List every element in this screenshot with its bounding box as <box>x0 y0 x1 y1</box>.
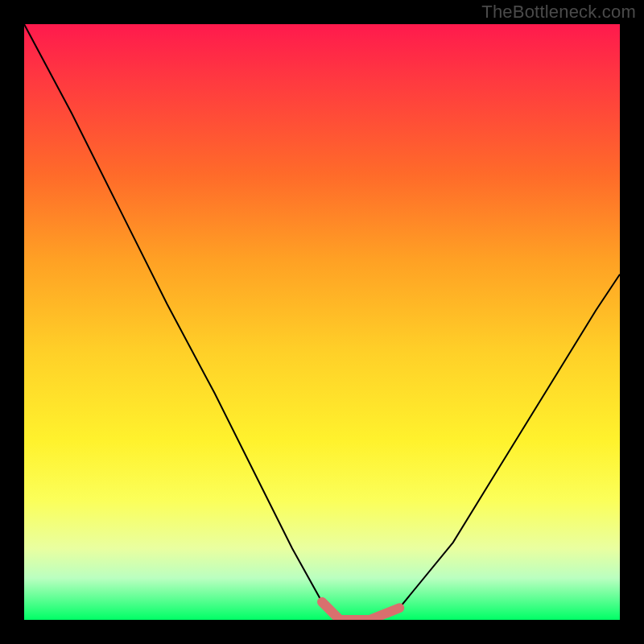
watermark-text: TheBottleneck.com <box>481 2 636 23</box>
optimal-marker-path <box>322 602 399 620</box>
bottleneck-curve-path <box>24 24 620 620</box>
chart-frame: TheBottleneck.com <box>0 0 644 644</box>
chart-plot-area <box>24 24 620 620</box>
chart-svg <box>24 24 620 620</box>
